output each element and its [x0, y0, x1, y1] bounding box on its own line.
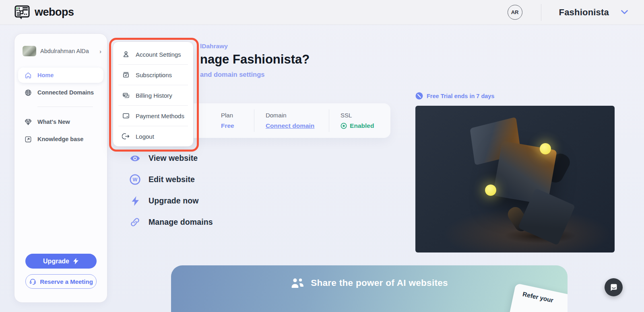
avatar[interactable]: AR [508, 5, 522, 20]
sidebar-user[interactable]: Abdulrahman AlDa › [14, 34, 107, 63]
greeting-text: lDahrawy [200, 43, 228, 50]
ssl-value: Enabled [350, 122, 374, 129]
slash-circle-icon [415, 92, 423, 100]
ssl-status: Enabled [341, 122, 390, 129]
domain-label: Domain [266, 112, 329, 119]
sidebar-item-label: What's New [37, 119, 70, 125]
ssl-label: SSL [341, 112, 390, 119]
chevron-right-icon: › [99, 48, 101, 55]
menu-item-billing-history[interactable]: Billing History [113, 85, 193, 105]
banner-title: Share the power of AI websites [311, 278, 448, 288]
sidebar-divider [37, 107, 93, 107]
quick-actions: View website W Edit website Upgrade now … [130, 148, 213, 233]
header-divider [541, 4, 541, 21]
logout-icon [122, 132, 130, 140]
link-icon [130, 217, 140, 227]
wordpress-icon: W [130, 174, 140, 185]
plan-label: Plan [221, 112, 254, 119]
sidebar-item-label: Home [37, 72, 54, 78]
trial-notice: Free Trial ends in 7 days [415, 92, 494, 100]
workspace-selector[interactable]: Fashionista [559, 7, 630, 18]
menu-item-label: Account Settings [136, 51, 181, 58]
reserve-meeting-button[interactable]: Reserve a Meeting [25, 274, 97, 289]
user-icon [122, 50, 130, 58]
webops-logo[interactable]: webops [14, 5, 74, 20]
hero-image [415, 106, 615, 252]
card-divider [329, 109, 329, 132]
people-icon [291, 278, 304, 288]
user-avatar-photo [23, 46, 36, 56]
webops-logo-icon [14, 5, 31, 20]
plan-value: Free [221, 122, 254, 129]
chat-widget-button[interactable] [605, 278, 623, 296]
upgrade-button[interactable]: Upgrade [25, 254, 97, 269]
sphere-shape [485, 185, 496, 196]
menu-item-account-settings[interactable]: Account Settings [113, 44, 193, 64]
globe-icon [24, 88, 32, 97]
svg-text:W: W [133, 177, 138, 183]
sidebar-item-label: Connected Domains [37, 89, 94, 96]
action-label: Edit website [149, 175, 195, 184]
menu-item-payment-methods[interactable]: Payment Methods [113, 106, 193, 126]
plan-info-card: Plan Free Domain Connect domain SSL Enab… [171, 103, 390, 138]
reserve-button-label: Reserve a Meeting [40, 278, 93, 285]
edit-website-link[interactable]: W Edit website [130, 169, 213, 190]
sidebar-item-connected-domains[interactable]: Connected Domains [18, 85, 103, 100]
action-label: Upgrade now [149, 196, 199, 205]
card-divider [254, 109, 254, 132]
page: webops AR Fashionista Abdulrahman AlDa › [0, 0, 644, 312]
subscriptions-box-icon [122, 71, 130, 79]
ssl-column: SSL Enabled [341, 112, 390, 129]
menu-item-subscriptions[interactable]: Subscriptions [113, 65, 193, 85]
view-website-link[interactable]: View website [130, 148, 213, 169]
sidebar-item-label: Knowledge base [37, 136, 83, 142]
referral-banner[interactable]: Share the power of AI websites Refer you… [171, 265, 568, 312]
page-subtitle: and domain settings [200, 71, 264, 78]
upgrade-now-link[interactable]: Upgrade now [130, 190, 213, 211]
external-link-icon [24, 135, 32, 144]
brand-name: webops [35, 6, 74, 18]
menu-item-label: Billing History [136, 92, 172, 99]
manage-domains-link[interactable]: Manage domains [130, 211, 213, 233]
menu-item-logout[interactable]: Logout [113, 126, 193, 146]
bolt-icon [130, 196, 140, 206]
trial-notice-text: Free Trial ends in 7 days [427, 93, 494, 99]
home-icon [24, 71, 32, 80]
credit-card-icon [122, 112, 130, 120]
connect-domain-link[interactable]: Connect domain [266, 122, 329, 129]
chevron-down-icon [621, 10, 628, 14]
circle-dot-icon [341, 123, 347, 129]
sidebar-item-whats-new[interactable]: What's New [18, 114, 103, 129]
sidebar: Abdulrahman AlDa › Home Connected Domain… [14, 33, 107, 303]
action-label: Manage domains [149, 218, 213, 227]
app-header: webops AR Fashionista [0, 0, 644, 25]
plan-column: Plan Free [221, 112, 254, 129]
avatar-initials: AR [511, 9, 519, 15]
domain-column: Domain Connect domain [266, 112, 329, 129]
action-label: View website [149, 154, 198, 163]
headset-icon [29, 278, 37, 285]
menu-item-label: Payment Methods [136, 113, 184, 119]
billing-cards-icon [122, 91, 130, 99]
upgrade-button-label: Upgrade [43, 258, 69, 265]
sidebar-item-knowledge-base[interactable]: Knowledge base [18, 131, 103, 147]
sphere-shape [540, 143, 551, 154]
workspace-name: Fashionista [559, 7, 609, 18]
bolt-icon [73, 258, 79, 265]
menu-item-label: Logout [136, 133, 154, 140]
account-menu: Account Settings Subscriptions Billing H… [113, 41, 194, 147]
sidebar-user-name: Abdulrahman AlDa [40, 48, 95, 54]
sidebar-item-home[interactable]: Home [18, 68, 103, 83]
menu-item-label: Subscriptions [136, 72, 172, 78]
eye-icon [130, 154, 140, 163]
page-title: nage Fashionista? [200, 52, 310, 67]
chat-bubble-icon [609, 283, 618, 292]
gem-icon [24, 118, 32, 126]
banner-title-row: Share the power of AI websites [171, 278, 568, 288]
